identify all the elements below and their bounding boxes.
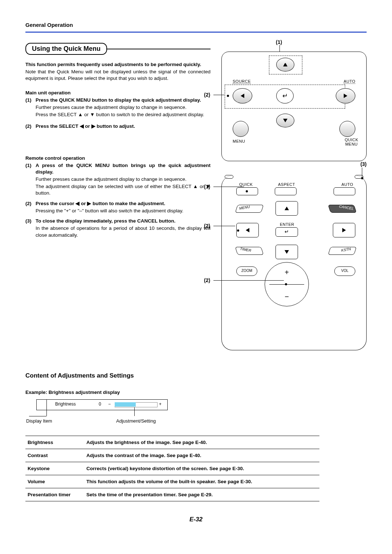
remote-slot	[355, 175, 363, 179]
adj-name: Contrast	[25, 449, 84, 462]
title-rule	[106, 49, 211, 49]
item-bold: Press the SELECT ◀ or ▶ button to adjust…	[36, 123, 211, 130]
zoom-button: ZOOM	[236, 266, 257, 276]
item-bold: A press of the QUICK MENU button brings …	[36, 162, 211, 175]
leader-dot	[284, 64, 286, 66]
adjustment-setting-label: Adjustment/Setting	[116, 418, 156, 424]
zero-label: 0	[99, 402, 101, 407]
adj-name: Presentation timer	[25, 488, 84, 501]
brightness-display: Brightness 0 − + Display Item Adjustment…	[36, 399, 367, 425]
adj-name: Keystone	[25, 462, 84, 475]
auto-label: AUTO	[342, 182, 353, 187]
table-row: ContrastAdjusts the contrast of the imag…	[25, 449, 319, 462]
leader-dot	[227, 95, 229, 97]
callout-3-remote: (3)	[360, 161, 367, 167]
leader-line	[134, 407, 135, 416]
item-text: Press the SELECT ▲ or ▼ button to switch…	[36, 111, 211, 118]
remote-head: Remote control operation	[25, 155, 211, 161]
remote-diagram: QUICK ASPECT AUTO MENU CANCEL ENTER ↵ TI…	[221, 176, 367, 350]
plus-label: +	[159, 402, 162, 407]
auto-label: AUTO	[344, 79, 355, 84]
cursor-right-icon	[333, 223, 355, 237]
remote-slot	[225, 175, 233, 179]
remote-item-2: (2) Press the cursor ◀ or ▶ button to ma…	[25, 200, 211, 214]
adj-desc: Corrects (vertical) keystone distortion …	[84, 462, 319, 475]
quick-menu-label: QUICKMENU	[345, 138, 358, 146]
adj-desc: Sets the time of the presentation timer.…	[84, 488, 319, 501]
enter-button: ↵	[275, 227, 298, 237]
leader-dot	[285, 283, 287, 285]
section-header: General Operation	[25, 22, 367, 28]
menu-label: MENU	[233, 139, 245, 143]
item-number: (1)	[25, 97, 36, 118]
minus-icon: −	[285, 293, 289, 301]
adjustments-table: BrightnessAdjusts the brightness of the …	[25, 436, 319, 501]
aspect-label: ASPECT	[278, 182, 295, 187]
lead-text: This function permits frequently used ad…	[25, 61, 211, 68]
table-row: KeystoneCorrects (vertical) keystone dis…	[25, 462, 319, 475]
auto-button	[334, 187, 355, 195]
cursor-left-icon	[236, 223, 259, 237]
quick-menu-button	[339, 121, 355, 137]
leader-line	[46, 399, 47, 416]
callout-2-main: (2)	[204, 92, 210, 98]
callout-1-remote: (1)	[204, 184, 210, 190]
item-text: Further presses cause the adjustment dis…	[36, 176, 211, 183]
content-title: Content of Adjustments and Settings	[25, 372, 367, 379]
enter-label: ENTER	[280, 222, 294, 227]
leader-line	[213, 187, 244, 187]
item-number: (3)	[25, 218, 36, 239]
table-row: BrightnessAdjusts the brightness of the …	[25, 436, 319, 449]
aspect-button	[275, 187, 297, 195]
main-unit-head: Main unit operation	[25, 90, 211, 95]
item-number: (2)	[25, 123, 36, 130]
leader-dot	[246, 190, 248, 192]
example-head: Example: Brightness adjustment display	[25, 390, 367, 395]
callout-1-main: (1)	[276, 39, 282, 45]
item-bold: Press the cursor ◀ or ▶ button to make t…	[36, 200, 211, 207]
leader-line	[213, 280, 284, 281]
menu-button	[233, 121, 249, 137]
section-title: Using the Quick Menu	[25, 43, 107, 55]
header-rule	[25, 32, 367, 33]
item-text: Pressing the "+" or "–" button will also…	[36, 208, 211, 214]
item-bold: Press the QUICK MENU button to display t…	[36, 97, 211, 103]
note-text: Note that the Quick Menu will not be dis…	[25, 69, 211, 82]
vol-button: VOL	[334, 266, 355, 276]
adj-desc: Adjusts the brightness of the image. See…	[84, 436, 319, 449]
main-unit-diagram: SOURCE AUTO ↵ MENU QUICKMENU	[221, 52, 367, 161]
item-bold: To close the display immediately, press …	[36, 218, 211, 224]
item-number: (1)	[25, 162, 36, 197]
minus-label: −	[108, 402, 111, 407]
source-label: SOURCE	[233, 79, 251, 84]
bar-fill	[115, 402, 136, 407]
remote-item-3: (3) To close the display immediately, pr…	[25, 218, 211, 239]
main-item-2: (2) Press the SELECT ◀ or ▶ button to ad…	[25, 123, 211, 130]
adj-name: Brightness	[25, 436, 84, 449]
adj-name: Volume	[25, 475, 84, 488]
leader-line	[213, 95, 224, 95]
remote-item-1: (1) A press of the QUICK MENU button bri…	[25, 162, 211, 197]
item-text: The adjustment display can be selected w…	[36, 183, 211, 196]
select-down-icon	[276, 114, 294, 127]
callout-2a-remote: (2)	[204, 223, 210, 229]
table-row: Presentation timerSets the time of the p…	[25, 488, 319, 501]
leader-line	[213, 226, 235, 226]
page-number: E-32	[25, 516, 367, 523]
brightness-label: Brightness	[55, 402, 76, 407]
select-left-icon	[233, 88, 252, 103]
leader-line	[29, 416, 46, 416]
quick-label: QUICK	[239, 182, 253, 187]
item-number: (2)	[25, 200, 36, 214]
adj-desc: Adjusts the contrast of the image. See p…	[84, 449, 319, 462]
plus-icon: +	[285, 268, 289, 277]
cursor-up-icon	[275, 201, 298, 216]
main-item-1: (1) Press the QUICK MENU button to displ…	[25, 97, 211, 118]
cursor-down-icon	[275, 245, 298, 259]
callout-2b-remote: (2)	[204, 277, 210, 283]
adj-desc: This function adjusts the volume of the …	[84, 475, 319, 488]
leader-dot	[237, 229, 239, 232]
enter-button: ↵	[276, 88, 294, 103]
table-row: VolumeThis function adjusts the volume o…	[25, 475, 319, 488]
select-right-icon	[336, 88, 355, 103]
